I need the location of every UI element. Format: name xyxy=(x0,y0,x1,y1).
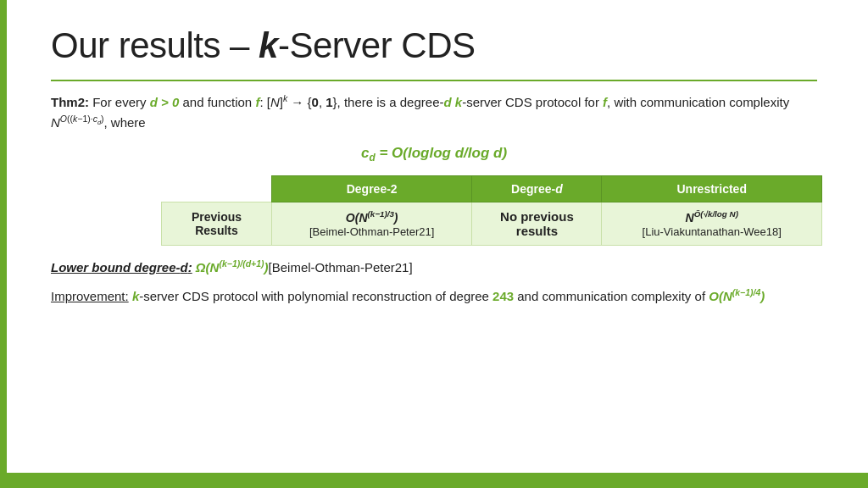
thm-d: d xyxy=(443,95,451,109)
col-header-degreed: Degree-d xyxy=(472,175,602,202)
left-accent-bar xyxy=(0,0,7,473)
title-divider xyxy=(51,80,817,81)
col-header-unrestricted: Unrestricted xyxy=(602,175,822,202)
degree2-result: O(N(k−1)/3) [Beimel-Othman-Peter21] xyxy=(272,202,472,245)
improvement-k: k xyxy=(132,289,139,303)
bottom-accent-bar xyxy=(0,473,868,488)
improvement-formula: O(N(k−1)/4) xyxy=(709,289,765,303)
thm-k: k xyxy=(455,95,462,109)
center-formula: cd = O(loglog d/log d) xyxy=(51,145,817,164)
lower-bound-formula: Ω(N(k−1)/(d+1)) xyxy=(196,260,269,274)
improvement-label: Improvement: xyxy=(51,289,129,303)
slide-title: Our results – k-Server CDS xyxy=(51,25,817,66)
thm-condition: d > 0 xyxy=(150,95,180,109)
thm-function: f xyxy=(255,95,259,109)
col-header-degree2: Degree-2 xyxy=(272,175,472,202)
improvement-text: Improvement: k-server CDS protocol with … xyxy=(51,286,817,306)
lower-bound-label: Lower bound degree-d: xyxy=(51,260,192,274)
degreed-result: No previousresults xyxy=(472,202,602,245)
thm-label: Thm2: xyxy=(51,95,89,109)
unrestricted-result: NÕ(√k/log N) [Liu-Viakuntanathan-Wee18] xyxy=(602,202,822,245)
prev-results-label: PreviousResults xyxy=(162,202,272,245)
thm-f: f xyxy=(603,95,607,109)
theorem-text: Thm2: For every d > 0 and function f: [N… xyxy=(51,92,817,133)
results-table: Degree-2 Degree-d Unrestricted PreviousR… xyxy=(161,175,822,246)
title-k: k xyxy=(259,25,278,65)
lower-bound-text: Lower bound degree-d: Ω(N(k−1)/(d+1))[Be… xyxy=(51,258,817,278)
slide: Our results – k-Server CDS Thm2: For eve… xyxy=(0,0,868,488)
improvement-number: 243 xyxy=(492,289,514,303)
